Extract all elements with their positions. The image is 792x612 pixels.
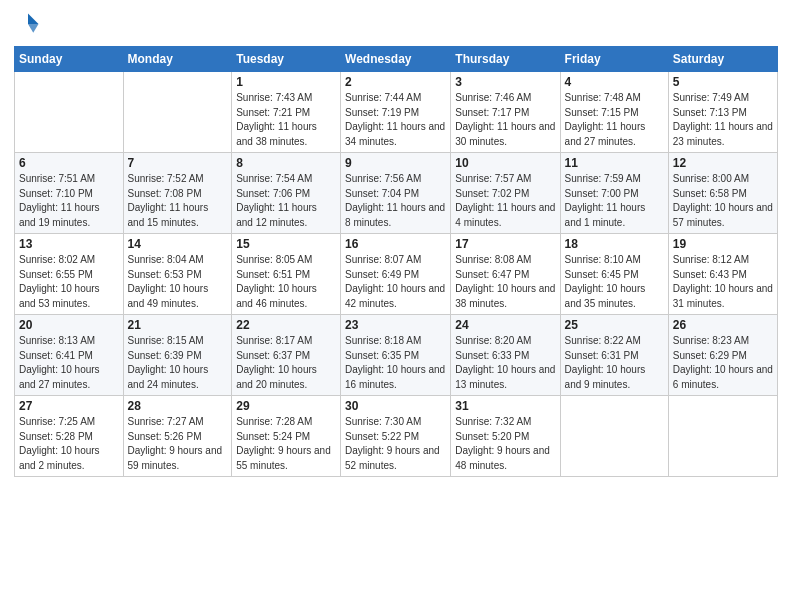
calendar-cell: 17Sunrise: 8:08 AM Sunset: 6:47 PM Dayli… xyxy=(451,234,560,315)
day-info: Sunrise: 7:57 AM Sunset: 7:02 PM Dayligh… xyxy=(455,172,555,230)
calendar-cell: 18Sunrise: 8:10 AM Sunset: 6:45 PM Dayli… xyxy=(560,234,668,315)
day-info: Sunrise: 8:02 AM Sunset: 6:55 PM Dayligh… xyxy=(19,253,119,311)
calendar-cell: 10Sunrise: 7:57 AM Sunset: 7:02 PM Dayli… xyxy=(451,153,560,234)
day-number: 20 xyxy=(19,318,119,332)
day-info: Sunrise: 8:12 AM Sunset: 6:43 PM Dayligh… xyxy=(673,253,773,311)
day-number: 17 xyxy=(455,237,555,251)
day-number: 2 xyxy=(345,75,446,89)
calendar-cell: 21Sunrise: 8:15 AM Sunset: 6:39 PM Dayli… xyxy=(123,315,232,396)
day-info: Sunrise: 7:59 AM Sunset: 7:00 PM Dayligh… xyxy=(565,172,664,230)
calendar-cell: 22Sunrise: 8:17 AM Sunset: 6:37 PM Dayli… xyxy=(232,315,341,396)
weekday-header-thursday: Thursday xyxy=(451,47,560,72)
day-number: 1 xyxy=(236,75,336,89)
day-info: Sunrise: 7:54 AM Sunset: 7:06 PM Dayligh… xyxy=(236,172,336,230)
calendar-cell: 28Sunrise: 7:27 AM Sunset: 5:26 PM Dayli… xyxy=(123,396,232,477)
weekday-header-row: SundayMondayTuesdayWednesdayThursdayFrid… xyxy=(15,47,778,72)
calendar-cell: 8Sunrise: 7:54 AM Sunset: 7:06 PM Daylig… xyxy=(232,153,341,234)
logo-icon xyxy=(14,10,42,38)
calendar-cell: 1Sunrise: 7:43 AM Sunset: 7:21 PM Daylig… xyxy=(232,72,341,153)
day-number: 5 xyxy=(673,75,773,89)
day-info: Sunrise: 7:30 AM Sunset: 5:22 PM Dayligh… xyxy=(345,415,446,473)
day-info: Sunrise: 7:56 AM Sunset: 7:04 PM Dayligh… xyxy=(345,172,446,230)
day-info: Sunrise: 7:51 AM Sunset: 7:10 PM Dayligh… xyxy=(19,172,119,230)
day-number: 3 xyxy=(455,75,555,89)
calendar-cell: 23Sunrise: 8:18 AM Sunset: 6:35 PM Dayli… xyxy=(341,315,451,396)
day-info: Sunrise: 7:49 AM Sunset: 7:13 PM Dayligh… xyxy=(673,91,773,149)
calendar-cell: 25Sunrise: 8:22 AM Sunset: 6:31 PM Dayli… xyxy=(560,315,668,396)
calendar-cell: 16Sunrise: 8:07 AM Sunset: 6:49 PM Dayli… xyxy=(341,234,451,315)
day-info: Sunrise: 8:04 AM Sunset: 6:53 PM Dayligh… xyxy=(128,253,228,311)
week-row-4: 20Sunrise: 8:13 AM Sunset: 6:41 PM Dayli… xyxy=(15,315,778,396)
day-number: 13 xyxy=(19,237,119,251)
day-info: Sunrise: 8:10 AM Sunset: 6:45 PM Dayligh… xyxy=(565,253,664,311)
day-number: 15 xyxy=(236,237,336,251)
calendar-cell xyxy=(560,396,668,477)
day-number: 4 xyxy=(565,75,664,89)
day-info: Sunrise: 8:18 AM Sunset: 6:35 PM Dayligh… xyxy=(345,334,446,392)
day-number: 26 xyxy=(673,318,773,332)
week-row-1: 1Sunrise: 7:43 AM Sunset: 7:21 PM Daylig… xyxy=(15,72,778,153)
calendar-cell: 12Sunrise: 8:00 AM Sunset: 6:58 PM Dayli… xyxy=(668,153,777,234)
day-info: Sunrise: 8:13 AM Sunset: 6:41 PM Dayligh… xyxy=(19,334,119,392)
calendar-cell: 6Sunrise: 7:51 AM Sunset: 7:10 PM Daylig… xyxy=(15,153,124,234)
day-number: 27 xyxy=(19,399,119,413)
day-number: 30 xyxy=(345,399,446,413)
calendar-cell: 26Sunrise: 8:23 AM Sunset: 6:29 PM Dayli… xyxy=(668,315,777,396)
day-info: Sunrise: 7:25 AM Sunset: 5:28 PM Dayligh… xyxy=(19,415,119,473)
day-number: 22 xyxy=(236,318,336,332)
day-number: 19 xyxy=(673,237,773,251)
calendar-cell: 9Sunrise: 7:56 AM Sunset: 7:04 PM Daylig… xyxy=(341,153,451,234)
day-info: Sunrise: 7:43 AM Sunset: 7:21 PM Dayligh… xyxy=(236,91,336,149)
weekday-header-monday: Monday xyxy=(123,47,232,72)
day-number: 23 xyxy=(345,318,446,332)
day-info: Sunrise: 7:32 AM Sunset: 5:20 PM Dayligh… xyxy=(455,415,555,473)
day-number: 12 xyxy=(673,156,773,170)
week-row-2: 6Sunrise: 7:51 AM Sunset: 7:10 PM Daylig… xyxy=(15,153,778,234)
day-info: Sunrise: 8:05 AM Sunset: 6:51 PM Dayligh… xyxy=(236,253,336,311)
day-info: Sunrise: 7:48 AM Sunset: 7:15 PM Dayligh… xyxy=(565,91,664,149)
calendar-cell: 5Sunrise: 7:49 AM Sunset: 7:13 PM Daylig… xyxy=(668,72,777,153)
svg-marker-1 xyxy=(28,24,39,33)
calendar-cell: 11Sunrise: 7:59 AM Sunset: 7:00 PM Dayli… xyxy=(560,153,668,234)
calendar-cell: 14Sunrise: 8:04 AM Sunset: 6:53 PM Dayli… xyxy=(123,234,232,315)
day-info: Sunrise: 7:27 AM Sunset: 5:26 PM Dayligh… xyxy=(128,415,228,473)
day-number: 25 xyxy=(565,318,664,332)
day-info: Sunrise: 8:07 AM Sunset: 6:49 PM Dayligh… xyxy=(345,253,446,311)
weekday-header-tuesday: Tuesday xyxy=(232,47,341,72)
day-info: Sunrise: 8:08 AM Sunset: 6:47 PM Dayligh… xyxy=(455,253,555,311)
day-info: Sunrise: 7:52 AM Sunset: 7:08 PM Dayligh… xyxy=(128,172,228,230)
day-info: Sunrise: 8:00 AM Sunset: 6:58 PM Dayligh… xyxy=(673,172,773,230)
day-number: 7 xyxy=(128,156,228,170)
logo xyxy=(14,10,46,38)
calendar-cell: 4Sunrise: 7:48 AM Sunset: 7:15 PM Daylig… xyxy=(560,72,668,153)
calendar-cell: 19Sunrise: 8:12 AM Sunset: 6:43 PM Dayli… xyxy=(668,234,777,315)
day-info: Sunrise: 7:46 AM Sunset: 7:17 PM Dayligh… xyxy=(455,91,555,149)
calendar-cell: 15Sunrise: 8:05 AM Sunset: 6:51 PM Dayli… xyxy=(232,234,341,315)
day-info: Sunrise: 8:20 AM Sunset: 6:33 PM Dayligh… xyxy=(455,334,555,392)
weekday-header-saturday: Saturday xyxy=(668,47,777,72)
day-info: Sunrise: 7:28 AM Sunset: 5:24 PM Dayligh… xyxy=(236,415,336,473)
calendar-table: SundayMondayTuesdayWednesdayThursdayFrid… xyxy=(14,46,778,477)
calendar-cell: 13Sunrise: 8:02 AM Sunset: 6:55 PM Dayli… xyxy=(15,234,124,315)
day-number: 9 xyxy=(345,156,446,170)
day-number: 31 xyxy=(455,399,555,413)
calendar-cell xyxy=(668,396,777,477)
calendar-cell: 3Sunrise: 7:46 AM Sunset: 7:17 PM Daylig… xyxy=(451,72,560,153)
day-info: Sunrise: 8:23 AM Sunset: 6:29 PM Dayligh… xyxy=(673,334,773,392)
calendar-cell: 7Sunrise: 7:52 AM Sunset: 7:08 PM Daylig… xyxy=(123,153,232,234)
day-number: 16 xyxy=(345,237,446,251)
svg-marker-0 xyxy=(28,14,39,25)
weekday-header-friday: Friday xyxy=(560,47,668,72)
calendar-cell: 27Sunrise: 7:25 AM Sunset: 5:28 PM Dayli… xyxy=(15,396,124,477)
day-number: 11 xyxy=(565,156,664,170)
calendar-cell: 2Sunrise: 7:44 AM Sunset: 7:19 PM Daylig… xyxy=(341,72,451,153)
calendar-cell: 29Sunrise: 7:28 AM Sunset: 5:24 PM Dayli… xyxy=(232,396,341,477)
calendar-cell xyxy=(123,72,232,153)
day-number: 18 xyxy=(565,237,664,251)
day-info: Sunrise: 7:44 AM Sunset: 7:19 PM Dayligh… xyxy=(345,91,446,149)
week-row-3: 13Sunrise: 8:02 AM Sunset: 6:55 PM Dayli… xyxy=(15,234,778,315)
day-number: 8 xyxy=(236,156,336,170)
calendar-cell: 31Sunrise: 7:32 AM Sunset: 5:20 PM Dayli… xyxy=(451,396,560,477)
day-number: 14 xyxy=(128,237,228,251)
day-number: 28 xyxy=(128,399,228,413)
